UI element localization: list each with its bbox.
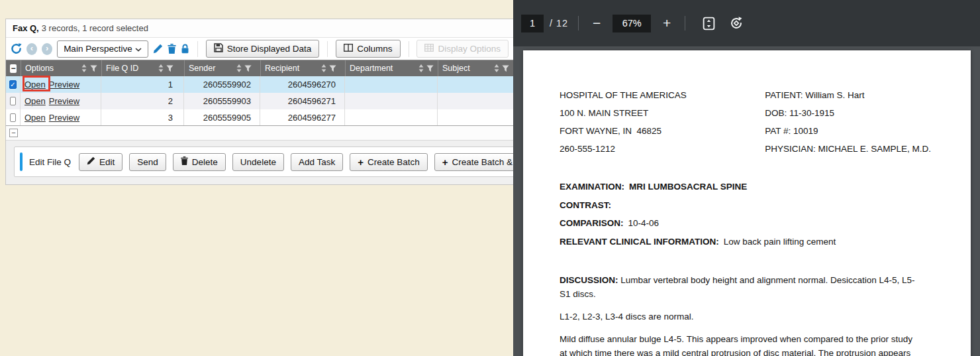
file-q-id-cell: 3	[101, 109, 184, 125]
column-header-file-q-id[interactable]: File Q ID	[101, 60, 184, 76]
column-header-department[interactable]: Department	[345, 60, 438, 76]
patient-line: PAT #: 10019	[765, 122, 931, 140]
create-batch-button[interactable]: + Create Batch	[350, 153, 428, 171]
sort-icon[interactable]	[321, 64, 326, 72]
filter-icon[interactable]	[329, 65, 336, 72]
table-row[interactable]: ✓ Open Preview 2 2605559903 2604596271	[6, 93, 513, 109]
patient-line: PHYSICIAN: MICHAEL E. SAMPLE, M.D.	[765, 140, 931, 158]
sender-cell: 2605559902	[184, 76, 260, 93]
undelete-button[interactable]: Undelete	[232, 153, 284, 171]
checkbox-cell: ✓	[6, 109, 21, 125]
edit-file-q-actions: Edit File Q Edit Send Delete Undelete Ad…	[14, 147, 554, 177]
column-label: Sender	[189, 64, 234, 73]
column-header-sender[interactable]: Sender	[184, 60, 260, 76]
column-header-subject[interactable]: Subject	[438, 60, 513, 76]
contrast-line: CONTRAST:	[560, 196, 931, 215]
column-header-options[interactable]: Options	[21, 60, 101, 76]
discussion-paragraph: L1-2, L2-3, L3-4 discs are normal.	[560, 310, 917, 324]
field-label: RELEVANT CLINICAL INFORMATION:	[560, 237, 719, 247]
send-label: Send	[137, 157, 158, 167]
columns-button[interactable]: Columns	[336, 40, 400, 58]
forward-icon[interactable]: ›	[42, 43, 52, 55]
chevron-down-icon	[135, 44, 142, 54]
column-label: Subject	[442, 64, 491, 73]
table-row[interactable]: ✓ Open Preview 3 2605559905 2604596277	[6, 109, 513, 126]
field-value: Low back pain lifting cement	[724, 237, 836, 247]
open-link[interactable]: Open	[24, 113, 46, 123]
clinical-info-line: RELEVANT CLINICAL INFORMATION:Low back p…	[560, 233, 931, 251]
document-header: HOSPITAL OF THE AMERICAS 100 N. MAIN STR…	[560, 86, 931, 158]
sort-icon[interactable]	[418, 64, 424, 72]
sort-icon[interactable]	[81, 64, 87, 72]
file-q-id-cell: 2	[101, 93, 184, 109]
preview-link[interactable]: Preview	[49, 96, 79, 106]
sender-cell: 2605559905	[184, 109, 260, 125]
section-accent-bar	[20, 152, 23, 171]
select-all-checkbox[interactable]: −	[6, 60, 21, 76]
subject-cell	[438, 109, 513, 125]
back-icon[interactable]: ‹	[26, 43, 37, 55]
edit-button[interactable]: Edit	[79, 153, 122, 171]
recipient-cell: 2604596271	[260, 93, 345, 109]
recipient-cell: 2604596277	[260, 109, 345, 125]
lock-icon[interactable]	[181, 44, 189, 54]
options-cell: Open Preview	[21, 76, 101, 93]
row-checkbox[interactable]: ✓	[10, 97, 16, 105]
zoom-level[interactable]: 67%	[612, 15, 651, 32]
record-summary: 3 records, 1 record selected	[42, 23, 148, 33]
column-label: Department	[350, 64, 416, 73]
filter-icon[interactable]	[166, 65, 173, 72]
filter-icon[interactable]	[244, 65, 252, 72]
page-number-input[interactable]: 1	[521, 15, 544, 32]
open-link[interactable]: Open	[24, 96, 46, 106]
column-label: Options	[25, 64, 78, 73]
row-checkbox[interactable]: ✓	[10, 113, 16, 122]
back-chevron: ‹	[30, 44, 33, 52]
filter-icon[interactable]	[426, 65, 434, 72]
subject-cell	[438, 76, 513, 93]
rotate-icon[interactable]	[729, 16, 744, 30]
patient-block: PATIENT: William S. Hart DOB: 11-30-1915…	[765, 86, 931, 158]
sender-cell: 2605559903	[184, 93, 260, 109]
perspective-value: Main Perspective	[64, 44, 132, 54]
column-label: Recipient	[265, 64, 318, 73]
sort-icon[interactable]	[236, 64, 242, 72]
save-icon	[214, 43, 223, 54]
refresh-icon[interactable]	[11, 43, 22, 54]
create-batch-label: Create Batch	[368, 157, 420, 167]
row-checkbox[interactable]: ✓	[9, 80, 16, 89]
filter-icon[interactable]	[502, 65, 509, 72]
options-cell: Open Preview	[21, 93, 101, 109]
undelete-label: Undelete	[240, 157, 276, 167]
page-count: / 12	[550, 18, 568, 29]
sort-icon[interactable]	[494, 64, 499, 72]
perspective-select[interactable]: Main Perspective	[57, 40, 148, 58]
preview-link[interactable]: Preview	[49, 113, 79, 123]
open-link[interactable]: Open	[24, 80, 46, 89]
edit-label: Edit	[99, 157, 115, 167]
zoom-in-icon[interactable]: +	[659, 15, 675, 31]
send-button[interactable]: Send	[129, 153, 166, 171]
fit-page-icon[interactable]	[702, 17, 716, 30]
delete-label: Delete	[192, 157, 218, 167]
pdf-toolbar: 1 / 12 − 67% +	[513, 0, 980, 46]
pencil-icon[interactable]	[153, 44, 163, 54]
records-table: − Options File Q ID Sender	[6, 60, 513, 126]
zoom-out-icon[interactable]: −	[589, 15, 605, 31]
trash-icon[interactable]	[168, 44, 176, 54]
store-displayed-data-button[interactable]: Store Displayed Data	[206, 40, 320, 58]
preview-link[interactable]: Preview	[49, 80, 79, 89]
delete-button[interactable]: Delete	[173, 153, 226, 171]
filter-icon[interactable]	[90, 65, 97, 72]
table-row[interactable]: ✓ Open Preview 1 2605559902 2604596270	[6, 76, 513, 93]
sort-icon[interactable]	[158, 64, 164, 72]
check-icon: ✓	[10, 81, 15, 88]
toolbar-divider	[327, 41, 328, 57]
toolbar-divider	[685, 16, 685, 30]
plus-icon: +	[358, 157, 364, 167]
collapse-icon[interactable]: −	[9, 129, 18, 137]
department-cell	[345, 76, 438, 93]
grid-icon	[424, 44, 434, 54]
add-task-button[interactable]: Add Task	[291, 153, 343, 171]
column-header-recipient[interactable]: Recipient	[260, 60, 345, 76]
